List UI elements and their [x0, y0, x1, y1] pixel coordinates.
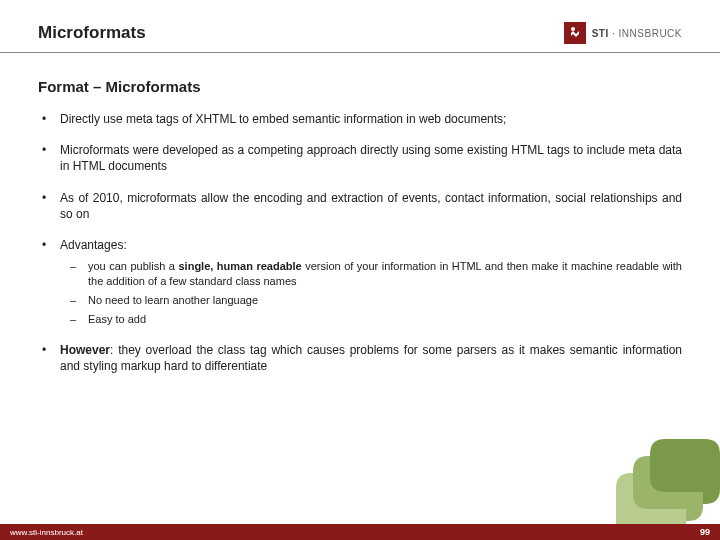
slide-title: Microformats [38, 23, 146, 43]
sub-bullet-item: you can publish a single, human readable… [60, 259, 682, 289]
bullet-item: Advantages: you can publish a single, hu… [38, 237, 682, 327]
corner-decoration-icon [610, 434, 720, 524]
sub-bullet-item: No need to learn another language [60, 293, 682, 308]
bullet-item: Microformats were developed as a competi… [38, 142, 682, 174]
slide-header: Microformats STI · INNSBRUCK [0, 0, 720, 53]
svg-point-0 [571, 27, 575, 31]
bullet-item: However: they overload the class tag whi… [38, 342, 682, 374]
bullet-item: Directly use meta tags of XHTML to embed… [38, 111, 682, 127]
bullet-item: As of 2010, microformats allow the encod… [38, 190, 682, 222]
logo-icon [564, 22, 586, 44]
slide-footer: www.sti-innsbruck.at 99 [0, 524, 720, 540]
sub-bullet-list: you can publish a single, human readable… [60, 259, 682, 326]
logo: STI · INNSBRUCK [564, 22, 682, 44]
logo-text: STI · INNSBRUCK [592, 28, 682, 39]
page-number: 99 [700, 527, 710, 537]
section-title: Format – Microformats [38, 78, 682, 95]
footer-url: www.sti-innsbruck.at [10, 528, 83, 537]
sub-bullet-item: Easy to add [60, 312, 682, 327]
slide-content: Format – Microformats Directly use meta … [0, 53, 720, 374]
bullet-list: Directly use meta tags of XHTML to embed… [38, 111, 682, 374]
